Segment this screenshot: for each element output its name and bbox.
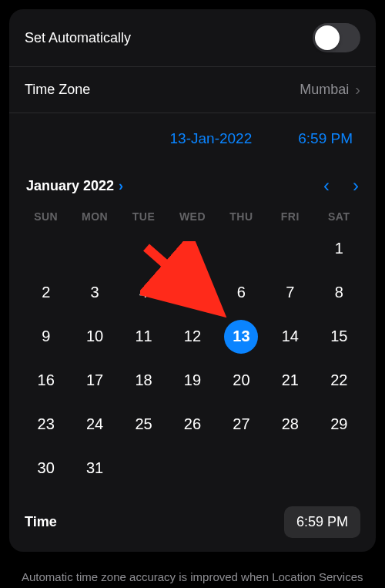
chevron-right-icon: › [355, 81, 360, 99]
prev-month-button[interactable]: ‹ [323, 175, 330, 197]
calendar-day[interactable]: 31 [70, 452, 119, 485]
time-zone-value-group: Mumbai › [300, 81, 360, 99]
weekday-label: TUE [119, 210, 168, 223]
next-month-button[interactable]: › [353, 175, 359, 197]
calendar-day[interactable]: 8 [315, 276, 363, 309]
set-automatically-toggle[interactable] [313, 23, 360, 52]
calendar-grid: 1234567891011121314151617181920212223242… [9, 227, 376, 496]
calendar-day[interactable]: 14 [266, 320, 314, 353]
month-year-button[interactable]: January 2022 › [26, 178, 123, 194]
calendar-day[interactable]: 19 [168, 364, 216, 397]
calendar-day[interactable]: 1 [315, 232, 363, 265]
calendar-day[interactable]: 21 [266, 364, 314, 397]
calendar-blank [217, 232, 266, 265]
calendar-day[interactable]: 2 [22, 276, 70, 309]
time-label: Time [25, 514, 57, 530]
calendar-day[interactable]: 22 [315, 364, 363, 397]
weekday-header-row: SUNMONTUEWEDTHUFRISAT [9, 203, 376, 227]
calendar-day[interactable]: 23 [22, 408, 70, 441]
calendar-day[interactable]: 9 [22, 320, 70, 353]
calendar-day[interactable]: 27 [217, 408, 266, 441]
set-automatically-row: Set Automatically [9, 9, 376, 67]
time-picker-button[interactable]: 6:59 PM [284, 506, 360, 538]
selected-datetime-row: 13-Jan-2022 6:59 PM [9, 113, 376, 164]
calendar-blank [22, 232, 70, 265]
calendar-header: January 2022 › ‹ › [9, 164, 376, 203]
calendar-day[interactable]: 7 [266, 276, 314, 309]
calendar-day[interactable]: 13 [217, 320, 266, 353]
calendar-nav: ‹ › [323, 175, 359, 197]
calendar-day[interactable]: 17 [70, 364, 119, 397]
calendar-day[interactable]: 10 [70, 320, 119, 353]
weekday-label: FRI [266, 210, 314, 223]
weekday-label: THU [217, 210, 266, 223]
calendar-day[interactable]: 29 [315, 408, 363, 441]
calendar-day[interactable]: 3 [70, 276, 119, 309]
month-year-label: January 2022 [26, 178, 114, 194]
chevron-right-icon: › [119, 178, 123, 194]
footer-note: Automatic time zone accuracy is improved… [0, 561, 385, 588]
calendar-day[interactable]: 5 [168, 276, 216, 309]
calendar-day[interactable]: 6 [217, 276, 266, 309]
weekday-label: MON [70, 210, 119, 223]
calendar-day[interactable]: 26 [168, 408, 216, 441]
selected-date[interactable]: 13-Jan-2022 [170, 130, 253, 147]
calendar-day[interactable]: 12 [168, 320, 216, 353]
time-zone-row[interactable]: Time Zone Mumbai › [9, 67, 376, 113]
calendar-day[interactable]: 15 [315, 320, 363, 353]
calendar-day[interactable]: 28 [266, 408, 314, 441]
time-zone-label: Time Zone [25, 82, 90, 98]
calendar-blank [119, 232, 168, 265]
calendar-day[interactable]: 16 [22, 364, 70, 397]
weekday-label: SAT [315, 210, 363, 223]
calendar-blank [266, 232, 314, 265]
time-zone-value: Mumbai [300, 82, 349, 98]
calendar-day[interactable]: 24 [70, 408, 119, 441]
calendar-day[interactable]: 11 [119, 320, 168, 353]
calendar-day[interactable]: 25 [119, 408, 168, 441]
toggle-knob [315, 25, 340, 50]
date-time-settings-panel: Set Automatically Time Zone Mumbai › 13-… [9, 9, 376, 552]
time-row: Time 6:59 PM [9, 496, 376, 552]
weekday-label: WED [168, 210, 216, 223]
set-automatically-label: Set Automatically [25, 30, 131, 46]
calendar-day[interactable]: 20 [217, 364, 266, 397]
calendar-day[interactable]: 30 [22, 452, 70, 485]
calendar-blank [70, 232, 119, 265]
selected-time[interactable]: 6:59 PM [298, 130, 353, 147]
calendar-day[interactable]: 18 [119, 364, 168, 397]
calendar-day[interactable]: 4 [119, 276, 168, 309]
time-value: 6:59 PM [296, 514, 348, 529]
calendar-blank [168, 232, 216, 265]
weekday-label: SUN [22, 210, 70, 223]
